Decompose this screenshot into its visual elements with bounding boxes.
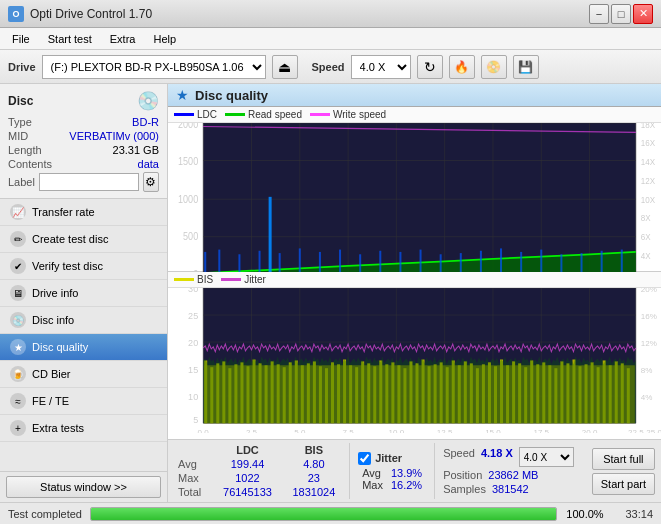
svg-text:30: 30 — [188, 288, 198, 294]
chart-header: ★ Disc quality — [168, 84, 661, 107]
jitter-max-value: 16.2% — [391, 479, 422, 491]
close-button[interactable]: ✕ — [633, 4, 653, 24]
speed-stats: Speed 4.18 X 4.0 X Position 23862 MB Sam… — [434, 443, 582, 499]
sidebar-item-cd-bier[interactable]: 🍺 CD Bier — [0, 361, 167, 388]
sidebar-item-extra-tests[interactable]: + Extra tests — [0, 415, 167, 442]
svg-text:4%: 4% — [641, 393, 653, 402]
total-ldc: 76145133 — [212, 485, 282, 499]
cd-bier-icon: 🍺 — [10, 366, 26, 382]
scan-button[interactable]: 📀 — [481, 55, 507, 79]
sidebar-item-disc-quality[interactable]: ★ Disc quality — [0, 334, 167, 361]
window-controls: − □ ✕ — [589, 4, 653, 24]
disc-type-label: Type — [8, 116, 32, 128]
sidebar-item-drive-info[interactable]: 🖥 Drive info — [0, 280, 167, 307]
svg-text:5.0: 5.0 — [294, 428, 306, 433]
svg-text:2000: 2000 — [178, 123, 199, 130]
title-bar: O Opti Drive Control 1.70 − □ ✕ — [0, 0, 661, 28]
eject-button[interactable]: ⏏ — [272, 55, 298, 79]
save-button[interactable]: 💾 — [513, 55, 539, 79]
disc-length-value: 23.31 GB — [113, 144, 159, 156]
svg-text:22.5: 22.5 — [628, 428, 644, 433]
svg-text:6X: 6X — [641, 232, 651, 243]
disc-panel-title: Disc — [8, 94, 33, 108]
menu-extra[interactable]: Extra — [102, 31, 144, 47]
nav-label-transfer-rate: Transfer rate — [32, 206, 95, 218]
speed-select[interactable]: 4.0 X — [351, 55, 411, 79]
position-value: 23862 MB — [488, 469, 538, 481]
samples-label: Samples — [443, 483, 486, 495]
content-area: ★ Disc quality LDC Read speed — [168, 84, 661, 502]
top-chart-svg: 2000 1500 1000 500 0 18X 16X 14X 12X 10X… — [168, 123, 661, 287]
disc-type-value: BD-R — [132, 116, 159, 128]
sidebar-item-create-test-disc[interactable]: ✏ Create test disc — [0, 226, 167, 253]
table-row-max: Max 1022 23 — [174, 471, 345, 485]
time-text: 33:14 — [613, 508, 653, 520]
jitter-label: Jitter — [375, 452, 402, 464]
bottom-chart-panel: BIS Jitter — [168, 272, 661, 439]
disc-label-input[interactable] — [39, 173, 139, 191]
start-part-button[interactable]: Start part — [592, 473, 655, 495]
transfer-rate-icon: 📈 — [10, 204, 26, 220]
disc-mid-value: VERBATIMv (000) — [69, 130, 159, 142]
menu-help[interactable]: Help — [145, 31, 184, 47]
sidebar-status: Status window >> — [0, 471, 167, 502]
svg-text:12.5: 12.5 — [437, 428, 453, 433]
speed-stat-select[interactable]: 4.0 X — [519, 447, 574, 467]
extra-tests-icon: + — [10, 420, 26, 436]
svg-text:500: 500 — [183, 231, 199, 243]
jitter-legend-text: Jitter — [244, 274, 266, 285]
action-buttons: Start full Start part — [586, 443, 655, 499]
burn-button[interactable]: 🔥 — [449, 55, 475, 79]
jitter-checkbox[interactable] — [358, 452, 371, 465]
max-ldc: 1022 — [212, 471, 282, 485]
status-window-button[interactable]: Status window >> — [6, 476, 161, 498]
position-label: Position — [443, 469, 482, 481]
title-text: Opti Drive Control 1.70 — [30, 7, 152, 21]
maximize-button[interactable]: □ — [611, 4, 631, 24]
menu-start-test[interactable]: Start test — [40, 31, 100, 47]
bis-legend-text: BIS — [197, 274, 213, 285]
svg-text:10X: 10X — [641, 194, 655, 205]
svg-text:16%: 16% — [641, 312, 657, 321]
top-chart-legend: LDC Read speed Write speed — [168, 107, 661, 123]
top-chart-panel: LDC Read speed Write speed — [168, 107, 661, 272]
svg-text:15.0: 15.0 — [485, 428, 501, 433]
svg-text:0.0: 0.0 — [198, 428, 210, 433]
max-label: Max — [174, 471, 212, 485]
drive-select[interactable]: (F:) PLEXTOR BD-R PX-LB950SA 1.06 — [42, 55, 266, 79]
start-full-button[interactable]: Start full — [592, 448, 655, 470]
disc-quality-icon: ★ — [10, 339, 26, 355]
nav-label-cd-bier: CD Bier — [32, 368, 71, 380]
disc-label-button[interactable]: ⚙ — [143, 172, 159, 192]
read-speed-legend-text: Read speed — [248, 109, 302, 120]
refresh-button[interactable]: ↻ — [417, 55, 443, 79]
svg-text:18X: 18X — [641, 123, 655, 130]
sidebar-item-disc-info[interactable]: 💿 Disc info — [0, 307, 167, 334]
sidebar-item-verify-test-disc[interactable]: ✔ Verify test disc — [0, 253, 167, 280]
svg-text:5: 5 — [193, 416, 198, 426]
svg-text:2.5: 2.5 — [246, 428, 258, 433]
sidebar: Disc 💿 Type BD-R MID VERBATIMv (000) Len… — [0, 84, 168, 502]
sidebar-nav: 📈 Transfer rate ✏ Create test disc ✔ Ver… — [0, 199, 167, 471]
minimize-button[interactable]: − — [589, 4, 609, 24]
disc-contents-value: data — [138, 158, 159, 170]
disc-label-row: Label ⚙ — [8, 172, 159, 192]
write-speed-legend-text: Write speed — [333, 109, 386, 120]
menu-file[interactable]: File — [4, 31, 38, 47]
svg-text:7.5: 7.5 — [343, 428, 355, 433]
bis-legend: BIS — [174, 274, 213, 285]
disc-contents-label: Contents — [8, 158, 52, 170]
nav-label-verify-test-disc: Verify test disc — [32, 260, 103, 272]
sidebar-item-transfer-rate[interactable]: 📈 Transfer rate — [0, 199, 167, 226]
bottom-chart-legend: BIS Jitter — [168, 272, 661, 288]
svg-text:17.5: 17.5 — [533, 428, 549, 433]
drive-label: Drive — [8, 61, 36, 73]
write-speed-legend-color — [310, 113, 330, 116]
speed-label: Speed — [312, 61, 345, 73]
svg-text:4X: 4X — [641, 250, 651, 261]
sidebar-item-fe-te[interactable]: ≈ FE / TE — [0, 388, 167, 415]
avg-ldc: 199.44 — [212, 457, 282, 471]
total-label: Total — [174, 485, 212, 499]
table-row-total: Total 76145133 1831024 — [174, 485, 345, 499]
read-speed-legend-color — [225, 113, 245, 116]
